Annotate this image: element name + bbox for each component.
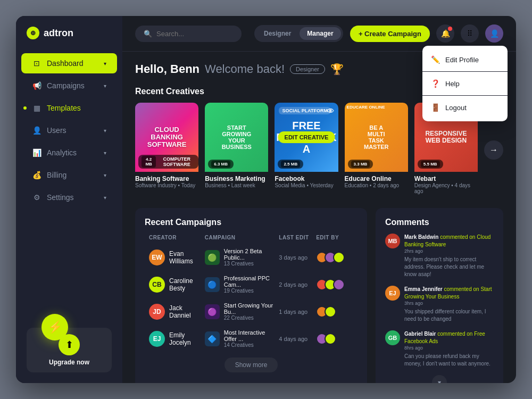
- campaign-row[interactable]: JD Jack Danniel 🟣 Start Growing Your Bu.…: [145, 298, 358, 325]
- logo-icon: ⊕: [27, 27, 39, 39]
- comment-author: Mark Baldwin: [404, 234, 438, 240]
- comment-meta: Gabriel Blair commented on Free Facebook…: [404, 330, 494, 345]
- campaign-row[interactable]: EW Evan Williams 🟢 Version 2 Beta Public…: [145, 244, 358, 271]
- dropdown-help[interactable]: ❓ Help: [422, 74, 508, 93]
- education-text: BE AMULTITASKMASTER: [364, 124, 388, 150]
- sidebar: ⊕ adtron ⊡ Dashboard ▾ 📢 Campaigns ▾ ▦ T…: [16, 16, 122, 383]
- creator-avatar: EW: [149, 250, 165, 265]
- facebook-name: Facebook: [275, 175, 338, 182]
- logo-text: adtron: [44, 28, 73, 39]
- campaign-count: 22 Creatives: [224, 315, 279, 321]
- dropdown-menu: ✏️ Edit Profile ❓ Help 🚪 Logout: [422, 46, 508, 121]
- create-campaign-button[interactable]: + Create Campaign: [350, 26, 430, 42]
- creator-avatar: EJ: [149, 331, 165, 347]
- campaign-name: Version 2 Beta Public...: [224, 248, 279, 261]
- comment-item: EJ Emma Jennifer commented on Start Grow…: [385, 286, 494, 323]
- comment-avatar: EJ: [385, 286, 400, 301]
- search-input[interactable]: [156, 30, 233, 38]
- banking-info: Banking Software Software Industry • Tod…: [135, 172, 198, 192]
- comment-action: commented on: [440, 234, 477, 240]
- webart-label: 5.5 MB: [418, 160, 443, 169]
- designer-toggle[interactable]: Designer: [256, 27, 298, 40]
- webart-text: RESPONSIVEWEB DESIGN: [425, 130, 467, 144]
- sidebar-item-templates[interactable]: ▦ Templates: [21, 98, 117, 118]
- creator-cell: EJ Emily Jocelyn: [149, 331, 205, 347]
- edit-avatar: [333, 279, 345, 290]
- dropdown-help-label: Help: [445, 80, 460, 88]
- comment-header: MB Mark Baldwin commented on Cloud Banki…: [385, 234, 494, 254]
- campaign-cell: 🔵 Professional PPC Cam... 19 Creatives: [205, 275, 279, 294]
- sidebar-item-dashboard[interactable]: ⊡ Dashboard ▾: [21, 53, 117, 73]
- sidebar-item-label: Billing: [47, 171, 66, 179]
- comments-more-button[interactable]: ▾: [432, 375, 447, 383]
- sidebar-item-campaigns[interactable]: 📢 Campaigns ▾: [21, 76, 117, 96]
- comment-header: EJ Emma Jennifer commented on Start Grow…: [385, 286, 494, 306]
- creator-cell: JD Jack Danniel: [149, 304, 205, 320]
- sidebar-item-label: Dashboard: [47, 59, 84, 68]
- settings-icon: ⚙: [32, 193, 41, 202]
- manager-toggle[interactable]: Manager: [300, 27, 340, 40]
- col-last-edit: LAST EDIT: [279, 235, 316, 240]
- user-avatar[interactable]: 👤: [485, 24, 503, 43]
- sidebar-item-label: Templates: [47, 104, 81, 112]
- dashboard-icon: ⊡: [32, 59, 41, 68]
- dropdown-divider: [422, 71, 508, 72]
- campaign-icon: 🔷: [205, 331, 220, 346]
- campaign-row[interactable]: CB Caroline Besty 🔵 Professional PPC Cam…: [145, 271, 358, 298]
- grid-button[interactable]: ⠿: [461, 24, 479, 43]
- edit-avatar: [325, 306, 336, 318]
- campaign-row[interactable]: EJ Emily Jocelyn 🔷 Most Interactive Offe…: [145, 325, 358, 352]
- sidebar-item-settings[interactable]: ⚙ Settings ▾: [21, 187, 117, 207]
- business-meta: Business • Last week: [205, 182, 268, 188]
- campaign-icon: 🔵: [205, 277, 220, 292]
- banking-text: CLOUDBANKINGSOFTWARE: [147, 126, 187, 149]
- campaigns-icon: 📢: [32, 81, 41, 90]
- dropdown-logout[interactable]: 🚪 Logout: [422, 98, 508, 117]
- edit-creative-label[interactable]: Edit Creative: [278, 131, 335, 143]
- comment-item: GB Gabriel Blair commented on Free Faceb…: [385, 330, 494, 368]
- sidebar-item-analytics[interactable]: 📊 Analytics ▾: [21, 143, 117, 163]
- facebook-label: 2.5 MB: [278, 160, 303, 169]
- comment-time: 3hrs ago: [404, 301, 494, 306]
- edit-profile-icon: ✏️: [431, 55, 440, 64]
- business-label: 6.3 MB: [208, 160, 234, 169]
- sidebar-item-billing[interactable]: 💰 Billing ▾: [21, 165, 117, 185]
- comments-section: Comments MB Mark Baldwin commented on Cl…: [376, 208, 503, 383]
- campaigns-table-header: CREATOR CAMPAIGN LAST EDIT EDIT BY: [145, 231, 358, 244]
- chevron-icon: ▾: [104, 195, 106, 201]
- edit-avatars: [316, 279, 353, 290]
- creative-card-education[interactable]: EDUCARE ONLINE BE AMULTITASKMASTER 3.3 M…: [345, 103, 408, 197]
- analytics-icon: 📊: [32, 148, 41, 157]
- education-name: Educare Online: [345, 175, 408, 182]
- business-text: STARTGROWINGYOURBUSINESS: [222, 124, 252, 150]
- creator-cell: EW Evan Williams: [149, 250, 205, 265]
- creative-card-business[interactable]: STARTGROWINGYOURBUSINESS 6.3 MB Business…: [205, 103, 268, 197]
- comment-text: You shipped different colour item, I nee…: [385, 308, 494, 323]
- help-icon: ❓: [431, 79, 440, 88]
- chevron-icon: ▾: [104, 83, 106, 89]
- education-size: 3.3 MB: [351, 161, 370, 168]
- comment-avatar: MB: [385, 234, 400, 248]
- comments-more: ▾: [385, 375, 494, 383]
- app-window: ⊕ adtron ⊡ Dashboard ▾ 📢 Campaigns ▾ ▦ T…: [16, 16, 516, 383]
- designer-badge: Designer: [290, 64, 325, 74]
- creator-name: Emily Jocelyn: [169, 331, 205, 346]
- upgrade-button[interactable]: ⬆ Upgrade now: [27, 328, 112, 372]
- creatives-next-arrow[interactable]: →: [484, 140, 503, 160]
- last-edit: 2 days ago: [279, 281, 316, 288]
- search-bar[interactable]: 🔍: [135, 26, 242, 42]
- sidebar-item-users[interactable]: 👤 Users ▾: [21, 120, 117, 140]
- notification-button[interactable]: 🔔: [436, 24, 454, 43]
- comment-avatar: GB: [385, 330, 400, 345]
- creator-cell: CB Caroline Besty: [149, 277, 205, 293]
- sidebar-item-label: Settings: [47, 193, 74, 202]
- campaign-name: Professional PPC Cam...: [224, 275, 279, 288]
- creative-card-banking[interactable]: CLOUDBANKINGSOFTWARE 4.2 MB Computer Sof…: [135, 103, 198, 197]
- comment-text: Can you please refund back my money, I d…: [385, 353, 494, 368]
- creative-card-facebook[interactable]: Social Platform 👁 FreeFacebookA Edit Cre…: [275, 103, 338, 197]
- flash-button[interactable]: ⚡: [41, 314, 68, 340]
- facebook-meta: Social Media • Yesterday: [275, 182, 338, 188]
- show-more-button[interactable]: Show more: [225, 358, 278, 372]
- dropdown-edit-profile[interactable]: ✏️ Edit Profile: [422, 50, 508, 69]
- facebook-info: Facebook Social Media • Yesterday: [275, 172, 338, 192]
